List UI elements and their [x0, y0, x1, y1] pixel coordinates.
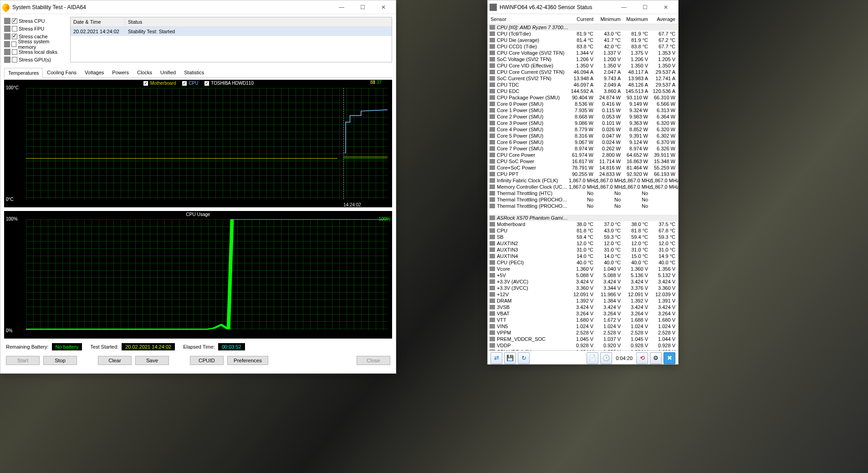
sensor-row[interactable]: CPU Core Current (SVI2 TFN) 46.094 A 2.0…	[488, 69, 678, 75]
preferences-button[interactable]: Preferences	[227, 356, 268, 365]
stress-item[interactable]: Stress system memory	[4, 41, 66, 48]
sensor-row[interactable]: +12V 12.091 V 11.986 V 12.091 V 12.039 V	[488, 291, 678, 298]
aida-titlebar[interactable]: System Stability Test - AIDA64 — ☐ ✕	[0, 0, 396, 14]
tb-exit-button[interactable]: ✖	[664, 352, 675, 364]
hw-minimize-button[interactable]: —	[613, 0, 634, 14]
sensor-row[interactable]: VDDP 0.928 V 0.920 V 0.928 V 0.928 V	[488, 342, 678, 349]
sensor-row[interactable]: CPU Die (average) 81.4 °C 41.7 °C 81.9 °…	[488, 37, 678, 43]
sensor-row[interactable]: SoC Voltage (SVI2 TFN) 1.206 V 1.200 V 1…	[488, 56, 678, 62]
hw-close-button[interactable]: ✕	[655, 0, 676, 14]
checkbox[interactable]	[12, 49, 17, 55]
checkbox[interactable]	[11, 41, 16, 47]
sensor-row[interactable]: CPU TDC 46.097 A 2.049 A 48.126 A 29.537…	[488, 82, 678, 88]
stress-item[interactable]: Stress local disks	[4, 48, 66, 56]
sensor-row[interactable]: VBAT 3.264 V 3.264 V 3.264 V 3.264 V	[488, 310, 678, 317]
sensor-row[interactable]: CPU Core Voltage (SVI2 TFN) 1.344 V 1.33…	[488, 50, 678, 56]
sensor-row[interactable]: Core 1 Power (SMU) 7.935 W 0.115 W 9.324…	[488, 107, 678, 113]
sensor-row[interactable]: Thermal Throttling (PROCHOT CPU) No No N…	[488, 196, 678, 203]
sensor-row[interactable]: Infinity Fabric Clock (FCLK) 1,867.0 MHz…	[488, 177, 678, 184]
sensor-row[interactable]: Motherboard 38.0 °C 37.0 °C 38.0 °C 37.5…	[488, 221, 678, 227]
col-avg[interactable]: Average	[651, 16, 678, 22]
col-min[interactable]: Minimum	[596, 16, 623, 22]
hw-maximize-button[interactable]: ☐	[634, 0, 655, 14]
sensor-row[interactable]: VPPM 2.528 V 2.528 V 2.528 V 2.528 V	[488, 329, 678, 336]
legend-check-cpu[interactable]	[182, 81, 187, 86]
sensor-row[interactable]: CPU (Tctl/Tdie) 81.9 °C 43.0 °C 81.9 °C …	[488, 31, 678, 37]
sensor-row[interactable]: Vcore 1.360 V 1.040 V 1.360 V 1.356 V	[488, 266, 678, 272]
checkbox[interactable]	[12, 26, 17, 31]
sensor-row[interactable]: CPU VDD 1.8V 1.824 V 1.808 V 1.824 V 1.8…	[488, 349, 678, 350]
tab-cooling-fans[interactable]: Cooling Fans	[43, 67, 81, 77]
hw-titlebar[interactable]: HWiNFO64 v6.42-4360 Sensor Status — ☐ ✕	[488, 0, 678, 14]
sensor-header[interactable]: Sensor Current Minimum Maximum Average	[488, 14, 678, 24]
save-button[interactable]: Save	[135, 356, 169, 365]
sensor-row[interactable]: Thermal Throttling (HTC) No No No	[488, 190, 678, 196]
cpuid-button[interactable]: CPUID	[190, 356, 224, 365]
sensor-row[interactable]: Core 5 Power (SMU) 8.316 W 0.047 W 9.391…	[488, 133, 678, 139]
stress-item[interactable]: Stress CPU	[4, 17, 66, 25]
tb-save-button[interactable]: 💾	[504, 352, 516, 364]
sensor-row[interactable]: CPU Core VID (Effective) 1.350 V 1.350 V…	[488, 62, 678, 69]
tb-clock-button[interactable]: 🕒	[600, 352, 612, 364]
sensor-row[interactable]: VTT 1.680 V 1.672 V 1.688 V 1.680 V	[488, 317, 678, 323]
col-current[interactable]: Current	[569, 16, 596, 22]
close-button-bar[interactable]: Close	[357, 356, 390, 365]
sensor-row[interactable]: Core 7 Power (SMU) 8.974 W 0.262 W 8.974…	[488, 145, 678, 152]
sensor-row[interactable]: Core 4 Power (SMU) 8.779 W 0.026 W 8.852…	[488, 126, 678, 133]
tab-powers[interactable]: Powers	[108, 67, 133, 77]
sensor-row[interactable]: DRAM 1.392 V 1.384 V 1.392 V 1.391 V	[488, 298, 678, 304]
col-sensor[interactable]: Sensor	[488, 16, 569, 22]
checkbox[interactable]	[12, 57, 17, 62]
tb-refresh-button[interactable]: ↻	[518, 352, 530, 364]
sensor-row[interactable]: CPU CCD1 (Tdie) 83.8 °C 42.0 °C 83.8 °C …	[488, 43, 678, 50]
sensor-row[interactable]: 3VSB 3.424 V 3.424 V 3.424 V 3.424 V	[488, 304, 678, 310]
sensor-row[interactable]: AUXTIN2 12.0 °C 12.0 °C 12.0 °C 12.0 °C	[488, 240, 678, 247]
sensor-row[interactable]: Core+SoC Power 78.791 W 14.816 W 81.464 …	[488, 165, 678, 171]
sensor-row[interactable]: CPU PPT 90.255 W 24.833 W 92.920 W 66.19…	[488, 171, 678, 177]
sensor-row[interactable]: SoC Current (SVI2 TFN) 13.948 A 9.743 A …	[488, 75, 678, 82]
sensor-row[interactable]: VIN5 1.024 V 1.024 V 1.024 V 1.024 V	[488, 323, 678, 329]
sensor-row[interactable]: Thermal Throttling (PROCHOT EXT) No No N…	[488, 203, 678, 209]
clear-button[interactable]: Clear	[98, 356, 132, 365]
tab-statistics[interactable]: Statistics	[180, 67, 208, 77]
minimize-button[interactable]: —	[331, 0, 352, 14]
sensor-row[interactable]: Memory Controller Clock (UCLK) 1,867.0 M…	[488, 184, 678, 190]
sensor-row[interactable]: CPU Package Power (SMU) 90.404 W 24.874 …	[488, 94, 678, 101]
tab-clocks[interactable]: Clocks	[133, 67, 156, 77]
stop-button[interactable]: Stop	[43, 356, 77, 365]
legend-check-mb[interactable]	[143, 81, 148, 86]
tb-log-button[interactable]: 📄	[587, 352, 598, 364]
sensor-row[interactable]: SB 59.4 °C 59.3 °C 59.4 °C 59.3 °C	[488, 234, 678, 240]
checkbox[interactable]	[12, 18, 17, 24]
maximize-button[interactable]: ☐	[352, 0, 373, 14]
tb-settings-button[interactable]: ⚙	[650, 352, 662, 364]
start-button[interactable]: Start	[6, 356, 40, 365]
tb-reset-button[interactable]: ⟲	[636, 352, 648, 364]
sensor-row[interactable]: +3.3V (AVCC) 3.424 V 3.424 V 3.424 V 3.4…	[488, 278, 678, 285]
sensor-row[interactable]: +5V 5.088 V 5.088 V 5.136 V 5.132 V	[488, 272, 678, 278]
sensor-row[interactable]: AUXTIN3 31.0 °C 31.0 °C 31.0 °C 31.0 °C	[488, 247, 678, 253]
sensor-group[interactable]: CPU [#0]: AMD Ryzen 7 3700X: Enha…	[488, 24, 678, 31]
sensor-row[interactable]: Core 2 Power (SMU) 8.668 W 0.053 W 9.983…	[488, 113, 678, 120]
col-max[interactable]: Maximum	[623, 16, 651, 22]
tab-unified[interactable]: Unified	[156, 67, 180, 77]
sensor-row[interactable]: Core 0 Power (SMU) 8.536 W 0.416 W 9.149…	[488, 101, 678, 107]
close-button[interactable]: ✕	[373, 0, 394, 14]
sensor-row[interactable]: CPU 81.8 °C 43.0 °C 81.8 °C 67.8 °C	[488, 227, 678, 234]
sensor-row[interactable]: CPU Core Power 61.974 W 2.800 W 64.652 W…	[488, 152, 678, 158]
tab-temperatures[interactable]: Temperatures	[4, 68, 43, 78]
sensor-row[interactable]: CPU SoC Power 16.817 W 11.714 W 16.863 W…	[488, 158, 678, 165]
sensor-row[interactable]: PREM_VDDCR_SOC 1.045 V 1.037 V 1.045 V 1…	[488, 336, 678, 342]
sensor-row[interactable]: +3.3V (3VCC) 3.360 V 3.344 V 3.376 V 3.3…	[488, 285, 678, 291]
legend-check-hdd[interactable]	[204, 81, 209, 86]
log-row[interactable]: 20.02.2021 14:24:02 Stability Test: Star…	[71, 27, 392, 36]
sensor-group[interactable]: ASRock X570 Phantom Gaming 4S (Nu…	[488, 215, 678, 221]
stress-item[interactable]: Stress GPU(s)	[4, 56, 66, 63]
sensor-table[interactable]: CPU [#0]: AMD Ryzen 7 3700X: Enha… CPU (…	[488, 24, 678, 350]
sensor-row[interactable]: Core 3 Power (SMU) 9.086 W 0.101 W 9.363…	[488, 120, 678, 126]
tab-voltages[interactable]: Voltages	[81, 67, 108, 77]
sensor-row[interactable]: CPU EDC 144.592 A 3.860 A 145.513 A 120.…	[488, 88, 678, 94]
stress-item[interactable]: Stress FPU	[4, 25, 66, 32]
sensor-row[interactable]: CPU (PECI) 40.0 °C 40.0 °C 40.0 °C 40.0 …	[488, 259, 678, 266]
tb-expand-button[interactable]: ⇄	[490, 352, 502, 364]
